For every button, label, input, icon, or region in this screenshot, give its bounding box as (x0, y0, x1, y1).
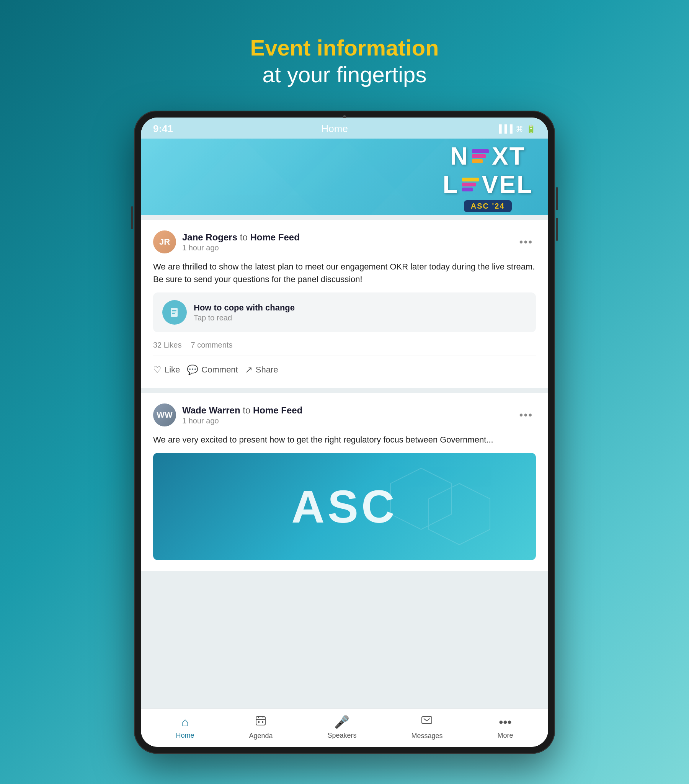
speakers-icon: 🎤 (334, 715, 349, 729)
post-1-stats: 32 Likes 7 comments (153, 341, 536, 356)
nl-word-l: L (442, 170, 458, 199)
nl-word-xt: XT (492, 142, 526, 170)
comment-button[interactable]: 💬 Comment (187, 362, 245, 377)
asc-badge: ASC '24 (464, 200, 512, 212)
screen-title: Home (321, 123, 348, 135)
post-card-1: JR Jane Rogers to Home Feed 1 hour ago •… (141, 220, 548, 388)
post-card-2: WW Wade Warren to Home Feed 1 hour ago •… (141, 393, 548, 571)
post-2-image: ASC (153, 453, 536, 560)
document-icon (168, 306, 181, 318)
agenda-label: Agenda (249, 732, 272, 740)
stacked-bars-level (462, 178, 479, 191)
post-2-time: 1 hour ago (182, 417, 302, 425)
svg-rect-13 (258, 721, 259, 723)
home-label: Home (176, 731, 194, 740)
nl-word-n: N (450, 142, 469, 170)
more-label: More (497, 731, 513, 740)
like-button[interactable]: ♡ Like (153, 362, 187, 377)
share-icon: ↗ (245, 364, 253, 375)
avatar-wade: WW (153, 404, 176, 427)
post-2-more-btn[interactable]: ••• (516, 407, 536, 423)
status-time: 9:41 (153, 123, 173, 135)
post-2-text: We are very excited to present how to ge… (153, 433, 536, 446)
tagline-line2: at your fingertips (250, 61, 438, 88)
post-2-author-info: WW Wade Warren to Home Feed 1 hour ago (153, 404, 302, 427)
svg-rect-15 (422, 716, 432, 723)
tablet-shell: 9:41 Home ▐▐▐ ⌘ 🔋 N (134, 110, 555, 754)
like-label: Like (165, 365, 180, 375)
battery-icon: 🔋 (526, 124, 536, 133)
asc-image-text: ASC (291, 480, 397, 533)
nav-item-agenda[interactable]: Agenda (249, 714, 272, 740)
speakers-label: Speakers (327, 731, 356, 740)
doc-title: How to cope with change (194, 303, 295, 313)
page-header: Event information at your fingertips (250, 35, 438, 88)
post-1-actions: ♡ Like 💬 Comment ↗ Share (153, 362, 536, 377)
messages-icon (421, 714, 433, 730)
svg-rect-5 (172, 311, 176, 312)
post-1-text: We are thrilled to show the latest plan … (153, 260, 536, 286)
nav-item-speakers[interactable]: 🎤 Speakers (327, 715, 356, 740)
post-1-header: JR Jane Rogers to Home Feed 1 hour ago •… (153, 231, 536, 254)
post-1-author-name: Jane Rogers to Home Feed (182, 232, 300, 243)
feed-area[interactable]: JR Jane Rogers to Home Feed 1 hour ago •… (141, 215, 548, 708)
tagline-line1: Event information (250, 35, 438, 61)
left-button[interactable] (131, 206, 133, 229)
nl-word-vel: VEL (482, 170, 533, 199)
doc-attachment[interactable]: How to cope with change Tap to read (153, 293, 536, 332)
agenda-icon (255, 714, 267, 730)
event-banner: N XT L (141, 138, 548, 215)
more-icon: ••• (499, 715, 512, 729)
comment-icon: 💬 (187, 364, 198, 375)
nav-item-more[interactable]: ••• More (497, 715, 513, 740)
post-1-more-btn[interactable]: ••• (516, 234, 536, 250)
post-1-author-info: JR Jane Rogers to Home Feed 1 hour ago (153, 231, 300, 254)
post-2-author-name: Wade Warren to Home Feed (182, 405, 302, 416)
nav-item-home[interactable]: ⌂ Home (176, 715, 194, 740)
signal-icon: ▐▐▐ (496, 124, 513, 133)
avatar-jane: JR (153, 231, 176, 254)
avatar-wade-initials: WW (157, 410, 173, 420)
svg-rect-14 (262, 721, 263, 723)
svg-rect-4 (172, 310, 176, 311)
post-1-comments: 7 comments (191, 341, 233, 349)
next-level-logo: N XT L (442, 142, 533, 212)
status-icons: ▐▐▐ ⌘ 🔋 (496, 124, 536, 133)
volume-button[interactable] (556, 218, 558, 241)
share-button[interactable]: ↗ Share (245, 362, 285, 377)
home-icon: ⌂ (181, 715, 189, 729)
svg-marker-7 (391, 468, 452, 529)
post-1-likes: 32 Likes (153, 341, 182, 349)
svg-marker-8 (429, 484, 490, 545)
stacked-bars-next (472, 149, 489, 163)
messages-label: Messages (411, 732, 442, 740)
doc-subtitle: Tap to read (194, 313, 295, 322)
doc-icon-circle (162, 300, 187, 324)
wifi-icon: ⌘ (516, 124, 523, 133)
comment-label: Comment (201, 365, 238, 375)
nav-item-messages[interactable]: Messages (411, 714, 442, 740)
status-bar: 9:41 Home ▐▐▐ ⌘ 🔋 (141, 117, 548, 138)
power-button[interactable] (556, 187, 558, 210)
post-1-time: 1 hour ago (182, 244, 300, 252)
share-label: Share (256, 365, 278, 375)
bottom-nav: ⌂ Home Agenda 🎤 Speak (141, 708, 548, 747)
screen: 9:41 Home ▐▐▐ ⌘ 🔋 N (141, 117, 548, 747)
svg-rect-9 (256, 716, 265, 725)
like-icon: ♡ (153, 364, 162, 375)
post-2-header: WW Wade Warren to Home Feed 1 hour ago •… (153, 404, 536, 427)
avatar-jane-initials: JR (159, 237, 170, 247)
svg-rect-6 (172, 313, 175, 314)
